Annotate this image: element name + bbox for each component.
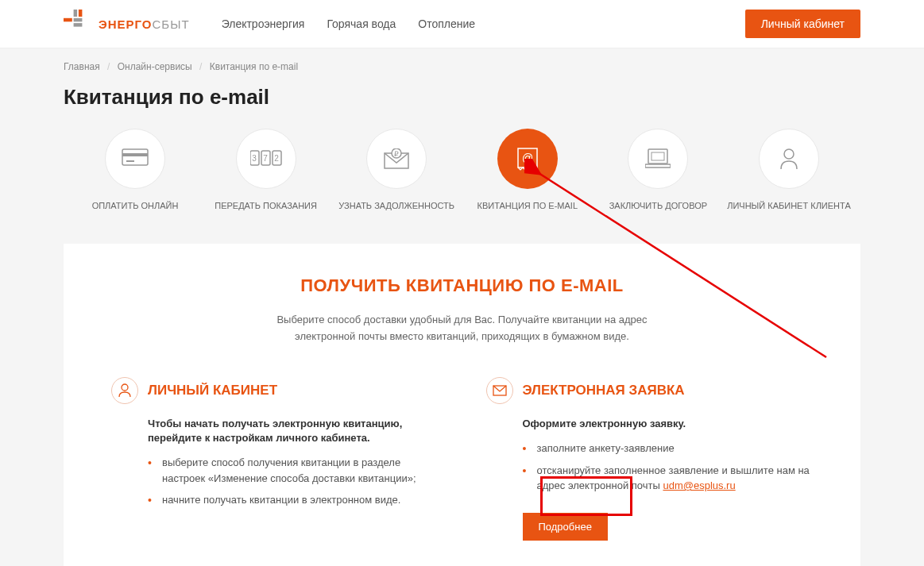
content-panel: ПОЛУЧИТЬ КВИТАНЦИЮ ПО E-MAIL Выберите сп… xyxy=(64,244,860,566)
column-account-list: выберите способ получения квитанции в ра… xyxy=(148,455,439,508)
svg-point-22 xyxy=(784,149,794,159)
breadcrumb-services[interactable]: Онлайн-сервисы xyxy=(118,61,192,72)
service-account[interactable]: ЛИЧНЫЙ КАБИНЕТ КЛИЕНТА xyxy=(725,129,852,212)
svg-text:3: 3 xyxy=(252,154,257,163)
panel-subtitle: Выберите способ доставки удобный для Вас… xyxy=(272,312,653,345)
svg-rect-4 xyxy=(79,10,83,17)
main-nav: Электроэнергия Горячая вода Отопление xyxy=(222,17,745,30)
main-header: ЭНЕРГОСБЫТ Электроэнергия Горячая вода О… xyxy=(0,0,924,48)
service-submit-readings[interactable]: 372 ПЕРЕДАТЬ ПОКАЗАНИЯ xyxy=(203,129,330,212)
breadcrumb-home[interactable]: Главная xyxy=(64,61,100,72)
svg-text:₽: ₽ xyxy=(394,150,399,158)
svg-rect-2 xyxy=(74,23,83,26)
card-icon xyxy=(122,148,149,169)
svg-rect-7 xyxy=(126,160,134,162)
list-item: отсканируйте заполненное заявление и выш… xyxy=(523,463,814,494)
envelope-ruble-icon: ₽ xyxy=(384,148,409,169)
column-account-intro: Чтобы начать получать электронную квитан… xyxy=(148,417,439,445)
column-application: ЭЛЕКТРОННАЯ ЗАЯВКА Оформите электронную … xyxy=(486,377,814,541)
nav-electricity[interactable]: Электроэнергия xyxy=(222,17,305,30)
column-account: ЛИЧНЫЙ КАБИНЕТ Чтобы начать получать эле… xyxy=(111,377,439,541)
more-button[interactable]: Подробнее xyxy=(523,513,608,541)
logo[interactable]: ЭНЕРГОСБЫТ xyxy=(64,10,190,38)
column-application-list: заполните анкету-заявление отсканируйте … xyxy=(523,441,814,494)
svg-rect-6 xyxy=(122,153,148,156)
svg-rect-0 xyxy=(64,18,72,22)
svg-rect-21 xyxy=(645,164,671,167)
column-application-intro: Оформите электронную заявку. xyxy=(523,417,814,431)
svg-rect-5 xyxy=(122,149,148,165)
service-circles: ОПЛАТИТЬ ОНЛАЙН 372 ПЕРЕДАТЬ ПОКАЗАНИЯ ₽… xyxy=(64,129,860,212)
service-email-invoice[interactable]: @ КВИТАНЦИЯ ПО E-MAIL xyxy=(464,129,591,212)
svg-rect-3 xyxy=(74,10,78,17)
svg-text:2: 2 xyxy=(274,154,279,163)
nav-hot-water[interactable]: Горячая вода xyxy=(327,17,396,30)
logo-text: ЭНЕРГОСБЫТ xyxy=(99,17,190,31)
column-application-title: ЭЛЕКТРОННАЯ ЗАЯВКА xyxy=(523,383,685,399)
panel-title: ПОЛУЧИТЬ КВИТАНЦИЮ ПО E-MAIL xyxy=(111,275,813,296)
svg-rect-1 xyxy=(74,18,83,22)
laptop-icon xyxy=(645,148,671,169)
person-icon xyxy=(779,148,798,170)
nav-heating[interactable]: Отопление xyxy=(418,17,475,30)
svg-text:@: @ xyxy=(522,152,533,164)
mail-outline-icon xyxy=(486,377,513,404)
breadcrumb: Главная / Онлайн-сервисы / Квитанция по … xyxy=(64,48,860,85)
list-item: заполните анкету-заявление xyxy=(523,441,814,456)
list-item: выберите способ получения квитанции в ра… xyxy=(148,455,439,486)
svg-text:7: 7 xyxy=(263,154,268,163)
logo-icon xyxy=(64,10,92,38)
email-link[interactable]: udm@esplus.ru xyxy=(663,479,735,491)
svg-rect-20 xyxy=(651,152,664,160)
person-outline-icon xyxy=(111,377,138,404)
login-button[interactable]: Личный кабинет xyxy=(745,10,860,38)
page-title: Квитанция по e-mail xyxy=(64,85,860,110)
breadcrumb-current: Квитанция по e-mail xyxy=(210,61,298,72)
service-contract[interactable]: ЗАКЛЮЧИТЬ ДОГОВОР xyxy=(594,129,721,212)
meter-icon: 372 xyxy=(250,149,282,168)
service-pay-online[interactable]: ОПЛАТИТЬ ОНЛАЙН xyxy=(72,129,199,212)
list-item: начните получать квитанции в электронном… xyxy=(148,492,439,508)
receipt-at-icon: @ xyxy=(516,147,539,171)
service-check-debt[interactable]: ₽ УЗНАТЬ ЗАДОЛЖЕННОСТЬ xyxy=(333,129,460,212)
svg-point-23 xyxy=(122,384,128,391)
column-account-title: ЛИЧНЫЙ КАБИНЕТ xyxy=(148,383,277,399)
